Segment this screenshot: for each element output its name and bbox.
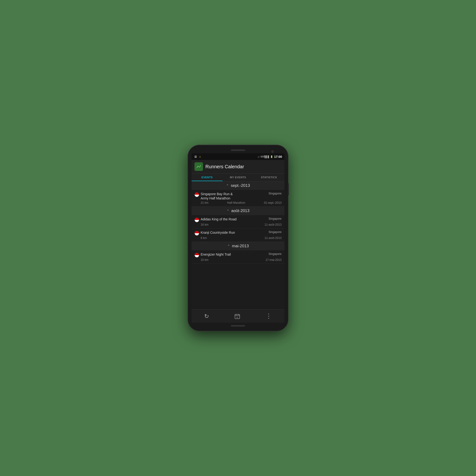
list-item[interactable]: Adidas King of the Road Singapore 16 km … [192, 215, 284, 228]
list-item[interactable]: Singapore Bay Run & Army Half Marathon S… [192, 190, 284, 206]
singapore-flag-icon [194, 231, 199, 236]
event-location: Singapore [269, 217, 282, 221]
refresh-icon: ↻ [204, 313, 209, 320]
more-icon: ⋮ [266, 312, 272, 320]
event-distance: 10 km [201, 258, 208, 262]
month-header-aout[interactable]: ⌃ août-2013 [192, 206, 284, 215]
app-logo-icon [194, 162, 203, 171]
tab-bar: EVENTS MY EVENTS STATISTICS [192, 173, 284, 181]
month-label-sept: sept.-2013 [231, 183, 250, 188]
app-title: Runners Calendar [205, 164, 244, 170]
event-top-row: Adidas King of the Road Singapore [194, 217, 282, 222]
event-date: 17-mai-2013 [266, 258, 282, 262]
event-details: 10 km 17-mai-2013 [194, 258, 282, 262]
event-name-row: Adidas King of the Road [194, 217, 269, 222]
chevron-up-icon: ⌃ [227, 209, 229, 213]
month-header-sept[interactable]: ⌃ sept.-2013 [192, 181, 284, 190]
singapore-flag-icon [194, 218, 199, 222]
event-date: 11-août-2013 [265, 223, 282, 226]
event-top-row: Energizer Night Trail Singapore [194, 252, 282, 257]
event-name-row: Energizer Night Trail [194, 252, 269, 257]
refresh-button[interactable]: ↻ [200, 311, 214, 322]
chevron-up-icon: ⌃ [226, 184, 229, 187]
event-location: Singapore [269, 192, 282, 195]
bottom-nav: ↻ 31 ⋮ [192, 309, 284, 323]
front-camera [271, 151, 274, 153]
calendar-button[interactable]: 31 [230, 311, 245, 321]
warning-icon: ⚠ [198, 155, 202, 158]
phone-screen: 🖼 ⚠ ◇ WiFi ▌▌▌ 🔋 17:00 Runners Calendar [192, 153, 284, 323]
status-bar: 🖼 ⚠ ◇ WiFi ▌▌▌ 🔋 17:00 [192, 153, 284, 160]
event-details: 21 km Half-Marathon 01-sept.-2013 [194, 201, 282, 204]
event-details: 8 km 11-août-2013 [194, 236, 282, 240]
tab-my-events[interactable]: MY EVENTS [222, 173, 254, 181]
event-top-row: Singapore Bay Run & Army Half Marathon S… [194, 192, 282, 200]
singapore-flag-icon [194, 192, 199, 197]
tab-statistics[interactable]: STATISTICS [254, 173, 284, 181]
more-options-button[interactable]: ⋮ [261, 311, 276, 322]
event-name-row: Kranji Countryside Run [194, 230, 269, 236]
side-button [288, 183, 289, 195]
month-label-mai: mai-2013 [232, 244, 249, 249]
event-type: Half-Marathon [227, 201, 245, 204]
event-details: 16 km 11-août-2013 [194, 223, 282, 226]
status-left-icons: 🖼 ⚠ [194, 155, 202, 158]
chevron-up-icon: ⌃ [227, 244, 230, 248]
event-location: Singapore [269, 230, 282, 234]
speaker-top [231, 150, 245, 151]
event-name: Singapore Bay Run & Army Half Marathon [201, 192, 269, 200]
wifi-icon: WiFi [261, 155, 265, 158]
event-date: 11-août-2013 [265, 236, 282, 240]
events-list: ⌃ sept.-2013 Singapore Bay Run & Army Ha… [192, 181, 284, 309]
svg-text:31: 31 [236, 317, 238, 318]
battery-icon: 🔋 [270, 155, 273, 158]
singapore-flag-icon [194, 253, 199, 257]
event-name: Energizer Night Trail [201, 252, 269, 256]
phone-device: 🖼 ⚠ ◇ WiFi ▌▌▌ 🔋 17:00 Runners Calendar [188, 145, 288, 331]
event-top-row: Kranji Countryside Run Singapore [194, 230, 282, 236]
list-item[interactable]: Kranji Countryside Run Singapore 8 km 11… [192, 228, 284, 242]
event-location: Singapore [269, 252, 282, 255]
app-bar: Runners Calendar [192, 160, 284, 173]
status-time: 17:00 [274, 155, 282, 158]
month-label-aout: août-2013 [231, 208, 250, 213]
signal-icon: ▌▌▌ [266, 155, 269, 158]
nav-icon: ◇ [257, 155, 260, 158]
event-distance: 16 km [201, 223, 208, 226]
event-date: 01-sept.-2013 [264, 201, 282, 204]
event-distance: 21 km [201, 201, 208, 204]
status-right-icons: ◇ WiFi ▌▌▌ 🔋 17:00 [257, 155, 282, 158]
event-name: Kranji Countryside Run [201, 230, 269, 235]
speaker-bottom [231, 325, 245, 326]
event-name-row: Singapore Bay Run & Army Half Marathon [194, 192, 269, 200]
event-distance: 8 km [201, 236, 207, 240]
month-header-mai[interactable]: ⌃ mai-2013 [192, 242, 284, 250]
event-name: Adidas King of the Road [201, 217, 269, 221]
tab-events[interactable]: EVENTS [192, 173, 222, 181]
list-item[interactable]: Energizer Night Trail Singapore 10 km 17… [192, 250, 284, 264]
image-icon: 🖼 [194, 155, 197, 158]
calendar-icon: 31 [235, 313, 240, 319]
